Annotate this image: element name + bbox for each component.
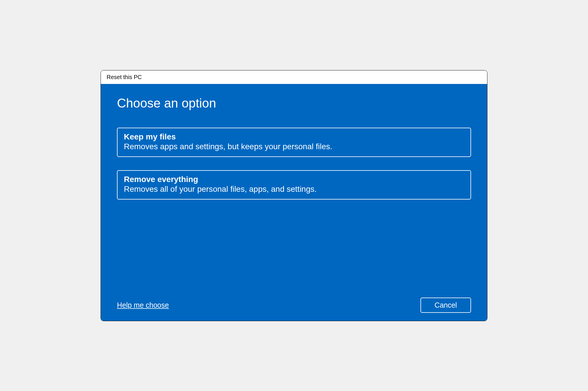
window-title-bar: Reset this PC — [101, 70, 487, 84]
dialog-content: Choose an option Keep my files Removes a… — [101, 84, 487, 321]
option-title: Remove everything — [124, 175, 464, 184]
cancel-button[interactable]: Cancel — [420, 298, 471, 313]
option-keep-my-files[interactable]: Keep my files Removes apps and settings,… — [117, 128, 471, 157]
reset-pc-dialog: Reset this PC Choose an option Keep my f… — [101, 70, 487, 321]
options-container: Keep my files Removes apps and settings,… — [117, 128, 471, 200]
option-remove-everything[interactable]: Remove everything Removes all of your pe… — [117, 170, 471, 200]
dialog-footer: Help me choose Cancel — [117, 298, 471, 313]
help-me-choose-link[interactable]: Help me choose — [117, 301, 169, 309]
page-heading: Choose an option — [117, 96, 471, 110]
option-title: Keep my files — [124, 132, 464, 141]
window-title: Reset this PC — [107, 74, 142, 80]
option-description: Removes all of your personal files, apps… — [124, 185, 464, 194]
option-description: Removes apps and settings, but keeps you… — [124, 142, 464, 151]
